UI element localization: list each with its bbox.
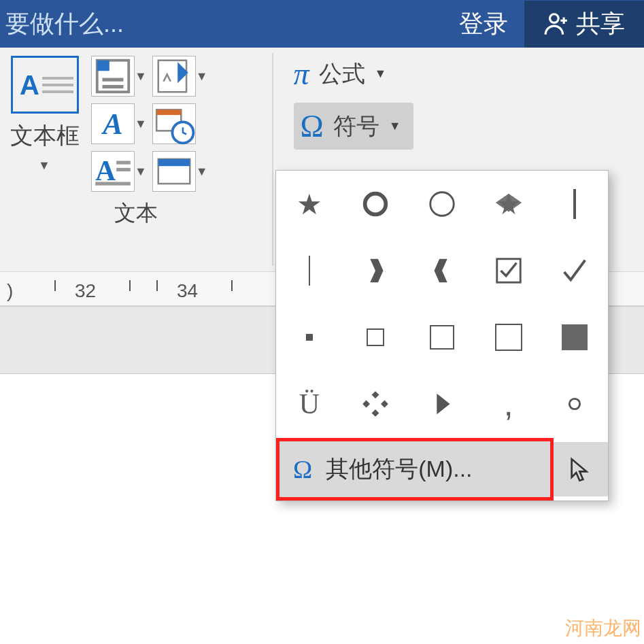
title-bar: 要做什么... 登录 共享: [0, 0, 644, 48]
symbol-square-small[interactable]: [343, 304, 409, 371]
symbol-circle-bold[interactable]: [343, 171, 409, 237]
omega-icon: Ω: [301, 108, 324, 144]
symbol-square-medium[interactable]: [409, 304, 475, 371]
svg-rect-11: [156, 109, 181, 115]
svg-point-16: [430, 192, 454, 216]
svg-point-0: [550, 14, 559, 23]
ribbon-group-text: A 文本框 ▼ ▼ A▼ A ▼: [0, 48, 272, 231]
wordart-button[interactable]: A▼: [91, 103, 147, 144]
svg-rect-18: [496, 259, 520, 283]
textbox-icon: A: [11, 56, 79, 114]
svg-text:A: A: [95, 155, 116, 186]
tell-me-search[interactable]: 要做什么...: [0, 7, 443, 41]
watermark: 河南龙网: [565, 615, 641, 641]
symbol-checkmark[interactable]: [541, 237, 608, 304]
login-link[interactable]: 登录: [443, 7, 524, 41]
svg-rect-22: [372, 409, 379, 417]
object-icon: [153, 150, 195, 192]
chevron-down-icon: ▼: [38, 158, 50, 173]
symbol-dot-hollow[interactable]: [541, 371, 608, 437]
drop-cap-button[interactable]: A ▼: [91, 151, 147, 192]
cursor-icon: [567, 456, 594, 483]
symbol-square-filled[interactable]: [541, 304, 608, 371]
symbol-bracket-right[interactable]: [343, 237, 409, 304]
more-symbols-label: 其他符号(M)...: [326, 454, 472, 485]
share-button[interactable]: 共享: [524, 1, 644, 48]
svg-rect-20: [363, 401, 371, 408]
symbol-bar-vertical[interactable]: [541, 171, 608, 237]
drop-cap-icon: A: [92, 150, 134, 192]
chevron-down-icon: ▼: [375, 67, 387, 81]
svg-rect-3: [103, 78, 124, 82]
svg-point-24: [570, 399, 580, 409]
signature-line-button[interactable]: ▼: [152, 56, 208, 97]
symbol-diamond-cluster[interactable]: [343, 371, 409, 437]
textbox-button[interactable]: A 文本框 ▼: [4, 56, 86, 192]
recent-symbols-grid: ★ Ü ,: [276, 171, 608, 437]
symbol-dot-small[interactable]: [276, 304, 343, 371]
symbol-triangle-right[interactable]: [409, 371, 475, 437]
svg-rect-19: [372, 391, 379, 399]
date-time-button[interactable]: [152, 103, 208, 144]
symbol-checkbox-checked[interactable]: [475, 237, 542, 304]
group-label-text: 文本: [4, 199, 268, 228]
symbol-star-band[interactable]: [475, 171, 542, 237]
svg-marker-23: [437, 394, 450, 415]
symbol-circle-thin[interactable]: [409, 171, 475, 237]
svg-rect-4: [103, 85, 124, 88]
signature-icon: [153, 55, 195, 97]
svg-rect-8: [95, 182, 131, 186]
cursor-indicator: [554, 442, 608, 496]
symbol-bracket-left[interactable]: [409, 237, 475, 304]
svg-rect-2: [97, 61, 109, 71]
symbol-u-diaeresis[interactable]: Ü: [276, 371, 343, 437]
equation-button[interactable]: π 公式 ▼: [294, 56, 413, 92]
svg-rect-6: [116, 161, 131, 165]
symbol-button[interactable]: Ω 符号 ▼: [294, 103, 413, 150]
symbol-star-filled[interactable]: ★: [276, 171, 343, 237]
symbol-dropdown-panel: ★ Ü , Ω 其他符号(M)...: [275, 170, 609, 501]
share-person-icon: [543, 11, 569, 37]
svg-rect-21: [381, 401, 388, 408]
ribbon-group-symbols: π 公式 ▼ Ω 符号 ▼: [273, 48, 427, 150]
symbol-comma[interactable]: ,: [475, 371, 542, 437]
symbol-square-outline[interactable]: [475, 304, 542, 371]
date-time-icon: [153, 103, 195, 145]
chevron-down-icon: ▼: [389, 119, 401, 133]
pi-icon: π: [294, 56, 309, 92]
quick-parts-button[interactable]: ▼: [91, 56, 147, 97]
svg-point-15: [365, 194, 386, 215]
quick-parts-icon: [92, 55, 134, 97]
svg-rect-7: [116, 168, 131, 171]
symbol-bar-thin[interactable]: [276, 237, 343, 304]
share-label: 共享: [576, 7, 625, 41]
omega-icon: Ω: [293, 454, 312, 484]
svg-rect-14: [158, 159, 190, 166]
wordart-icon: A: [103, 107, 122, 141]
object-button[interactable]: ▼: [152, 151, 208, 192]
more-symbols-button[interactable]: Ω 其他符号(M)...: [276, 438, 554, 501]
